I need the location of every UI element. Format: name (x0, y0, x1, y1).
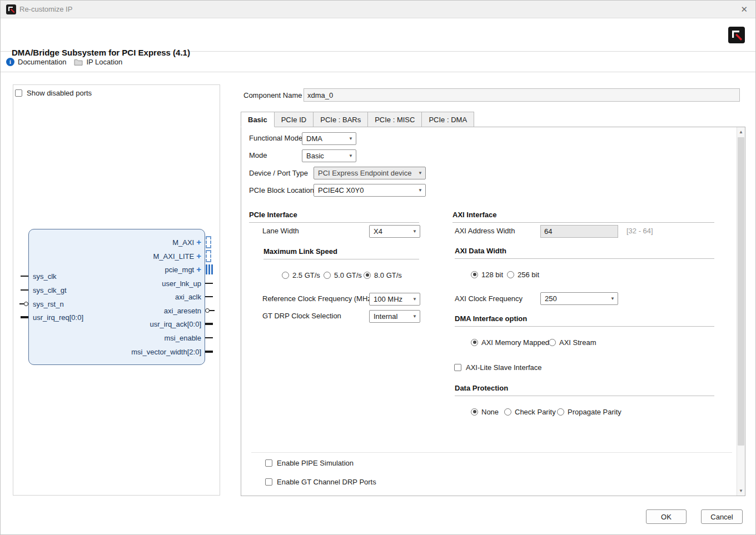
show-disabled-ports-checkbox[interactable]: Show disabled ports (15, 88, 92, 97)
radio-8-0-gts[interactable]: 8.0 GT/s (364, 271, 402, 279)
port-pin (21, 276, 28, 277)
close-icon[interactable]: ✕ (740, 4, 748, 14)
scroll-down-icon[interactable]: ▼ (737, 487, 745, 495)
radio-dot (507, 271, 514, 278)
port-label: sys_rst_n (33, 300, 64, 308)
port-msi-enable: msi_enable (28, 332, 205, 343)
pcie-block-location-select[interactable]: PCIE4C X0Y0 ▼ (314, 184, 426, 197)
gt-drp-clock-selection-select[interactable]: Internal ▼ (369, 310, 420, 323)
chevron-down-icon: ▼ (412, 297, 417, 302)
dialog-header: DMA/Bridge Subsystem for PCI Express (4.… (1, 18, 755, 52)
interface-connector-dashed (206, 236, 211, 248)
port-pin (205, 296, 213, 297)
divider (251, 452, 732, 453)
checkbox-box (454, 364, 461, 371)
radio-none[interactable]: None (471, 407, 499, 416)
checkbox-box (265, 459, 272, 467)
mode-label: Mode (249, 151, 267, 160)
port-msi-vector-width: msi_vector_width[2:0] (28, 346, 205, 357)
xilinx-logo-icon (728, 27, 745, 43)
axi-clock-frequency-select[interactable]: 250 ▼ (540, 292, 618, 305)
documentation-label: Documentation (18, 58, 66, 66)
radio-dot (504, 408, 511, 416)
ip-location-label: IP Location (86, 58, 122, 66)
chevron-down-icon: ▼ (349, 136, 353, 141)
functional-mode-label: Functional Mode (249, 134, 302, 143)
section-rule (263, 259, 419, 259)
radio-axi-memory-mapped[interactable]: AXI Memory Mapped (471, 338, 549, 347)
axi-data-width-heading: AXI Data Width (455, 247, 506, 256)
active-low-bubble (24, 302, 28, 306)
component-name-label: Component Name (243, 91, 302, 100)
vertical-scrollbar[interactable]: ▲ ▼ (737, 127, 745, 496)
expand-plus-icon[interactable]: + (196, 253, 201, 259)
axi-address-width-label: AXI Address Width (455, 227, 515, 236)
port-pin (205, 337, 213, 338)
pcie-interface-heading: PCIe Interface (249, 211, 297, 219)
port-pin (19, 303, 24, 304)
scroll-up-icon[interactable]: ▲ (737, 128, 745, 136)
port-m-axi-lite[interactable]: M_AXI_LITE + (28, 251, 205, 262)
radio-dot (557, 408, 564, 416)
radio-axi-stream[interactable]: AXI Stream (549, 338, 596, 347)
documentation-button[interactable]: i Documentation (6, 58, 66, 66)
port-pin-bus (205, 323, 213, 325)
block-diagram-panel: Show disabled ports M_AXI + M_AXI_LITE +… (13, 84, 220, 496)
scrollbar-thumb[interactable] (738, 137, 744, 446)
lane-width-select[interactable]: X4 ▼ (369, 225, 420, 238)
folder-icon (74, 58, 83, 66)
radio-2-5-gts[interactable]: 2.5 GT/s (282, 271, 320, 279)
radio-dot (364, 272, 371, 279)
show-disabled-ports-label: Show disabled ports (27, 89, 92, 97)
tab-pcie-dma[interactable]: PCIe : DMA (422, 112, 474, 127)
port-pin (21, 289, 28, 291)
port-m-axi[interactable]: M_AXI + (28, 237, 205, 248)
radio-check-parity[interactable]: Check Parity (504, 407, 556, 416)
tab-pcie-id[interactable]: PCIe ID (275, 112, 314, 127)
axi-address-width-range-hint: [32 - 64] (626, 227, 653, 235)
radio-256-bit[interactable]: 256 bit (507, 270, 539, 279)
axi-address-width-input (540, 225, 618, 238)
ok-button[interactable]: OK (646, 509, 687, 524)
dma-interface-option-heading: DMA Interface option (455, 314, 527, 323)
checkbox-box (15, 89, 22, 97)
mode-select[interactable]: Basic ▼ (302, 149, 356, 162)
checkbox-box (265, 478, 272, 486)
section-rule (455, 396, 714, 396)
port-label: usr_irq_req[0:0] (33, 313, 83, 322)
radio-propagate-parity[interactable]: Propagate Parity (557, 407, 621, 416)
port-label: sys_clk (33, 272, 57, 281)
port-label: msi_enable (165, 334, 202, 342)
enable-gt-channel-drp-ports-checkbox[interactable]: Enable GT Channel DRP Ports (265, 477, 376, 486)
tab-strip: Basic PCIe ID PCIe : BARs PCIe : MISC PC… (241, 112, 474, 127)
chevron-down-icon: ▼ (610, 296, 615, 301)
enable-pipe-simulation-checkbox[interactable]: Enable PIPE Simulation (265, 458, 354, 467)
device-port-type-select[interactable]: PCI Express Endpoint device ▼ (314, 167, 426, 179)
axi-interface-heading: AXI Interface (452, 211, 496, 219)
radio-5-0-gts[interactable]: 5.0 GT/s (324, 271, 362, 279)
tab-basic[interactable]: Basic (241, 112, 275, 127)
port-sys-clk: sys_clk (28, 271, 205, 282)
expand-plus-icon[interactable]: + (196, 239, 201, 246)
section-rule (452, 222, 714, 223)
axi-lite-slave-interface-checkbox[interactable]: AXI-Lite Slave Interface (454, 363, 542, 372)
interface-connector-bars (206, 264, 213, 274)
port-label: sys_clk_gt (33, 286, 67, 294)
ip-location-button[interactable]: IP Location (74, 58, 122, 66)
section-rule (455, 258, 714, 259)
app-icon (6, 4, 16, 14)
tab-pcie-misc[interactable]: PCIe : MISC (368, 112, 422, 127)
recustomize-ip-dialog: Re-customize IP ✕ DMA/Bridge Subsystem f… (0, 0, 756, 535)
port-sys-rst-n: sys_rst_n (28, 298, 205, 309)
radio-dot (324, 272, 331, 279)
tab-pcie-bars[interactable]: PCIe : BARs (314, 112, 368, 127)
lane-width-label: Lane Width (262, 227, 299, 236)
component-name-input[interactable] (304, 88, 740, 102)
port-usr-irq-req: usr_irq_req[0:0] (28, 312, 205, 323)
radio-dot (282, 272, 289, 279)
reference-clock-frequency-select[interactable]: 100 MHz ▼ (369, 293, 420, 306)
interface-connector-dashed (206, 250, 211, 262)
cancel-button[interactable]: Cancel (701, 509, 743, 524)
functional-mode-select[interactable]: DMA ▼ (302, 132, 356, 145)
radio-128-bit[interactable]: 128 bit (471, 270, 503, 279)
